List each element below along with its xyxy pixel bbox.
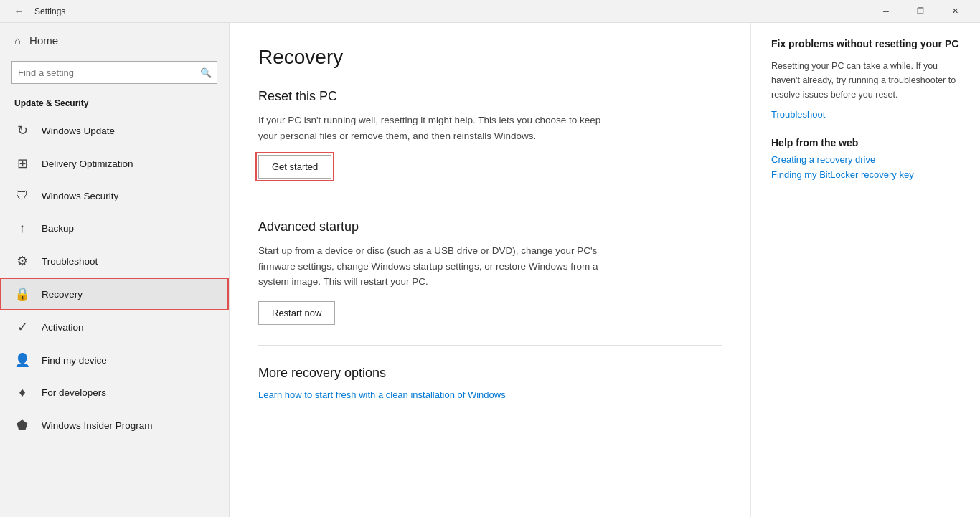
sidebar-item-recovery[interactable]: 🔒 Recovery [0, 278, 229, 310]
right-panel: Fix problems without resetting your PC R… [750, 23, 980, 517]
troubleshoot-icon: ⚙ [14, 253, 30, 269]
window-controls: ─ ❐ ✕ [870, 0, 971, 23]
restart-now-button[interactable]: Restart now [258, 301, 335, 325]
reset-section-title: Reset this PC [258, 89, 722, 104]
sidebar-item-windows-insider[interactable]: ⬟ Windows Insider Program [0, 409, 229, 442]
fix-problems-desc: Resetting your PC can take a while. If y… [771, 59, 960, 102]
sidebar-label: Backup [42, 223, 215, 234]
help-from-web-title: Help from the web [771, 137, 960, 148]
reset-section-desc: If your PC isn't running well, resetting… [258, 113, 603, 143]
more-recovery-title: More recovery options [258, 366, 722, 381]
divider-2 [258, 345, 722, 346]
help-from-web-section: Help from the web Creating a recovery dr… [771, 137, 960, 180]
maximize-button[interactable]: ❐ [904, 0, 937, 23]
divider-1 [258, 199, 722, 199]
minimize-button[interactable]: ─ [870, 0, 903, 23]
sidebar-label: Troubleshoot [42, 256, 215, 267]
advanced-startup-section-title: Advanced startup [258, 219, 722, 234]
sidebar-label: Windows Update [42, 125, 215, 136]
recovery-icon: 🔒 [14, 286, 30, 302]
sidebar-item-home[interactable]: ⌂ Home [0, 23, 229, 58]
windows-update-icon: ↻ [14, 123, 30, 138]
titlebar-title: Settings [34, 6, 65, 16]
sidebar-item-for-developers[interactable]: ♦ For developers [0, 376, 229, 409]
sidebar-label: Delivery Optimization [42, 158, 215, 169]
bitlocker-recovery-key-link[interactable]: Finding my BitLocker recovery key [771, 169, 960, 180]
sidebar-label: Find my device [42, 355, 215, 366]
sidebar-label: Windows Insider Program [42, 420, 215, 431]
sidebar-item-troubleshoot[interactable]: ⚙ Troubleshoot [0, 245, 229, 278]
fix-problems-section: Fix problems without resetting your PC R… [771, 37, 960, 120]
sidebar-search: 🔍 [11, 61, 217, 84]
sidebar-item-backup[interactable]: ↑ Backup [0, 212, 229, 245]
activation-icon: ✓ [14, 319, 30, 335]
page-title: Recovery [258, 46, 722, 69]
titlebar: ← Settings ─ ❐ ✕ [0, 0, 980, 23]
sidebar-label: For developers [42, 387, 215, 398]
sidebar-section-title: Update & Security [0, 93, 229, 114]
sidebar-item-delivery-optimization[interactable]: ⊞ Delivery Optimization [0, 147, 229, 180]
clean-install-link[interactable]: Learn how to start fresh with a clean in… [258, 389, 722, 400]
sidebar-item-activation[interactable]: ✓ Activation [0, 310, 229, 343]
sidebar-item-windows-security[interactable]: 🛡 Windows Security [0, 180, 229, 212]
backup-icon: ↑ [14, 221, 30, 236]
advanced-startup-desc: Start up from a device or disc (such as … [258, 243, 603, 290]
for-developers-icon: ♦ [14, 385, 30, 400]
sidebar-label: Windows Security [42, 191, 215, 201]
get-started-button[interactable]: Get started [258, 155, 331, 179]
close-button[interactable]: ✕ [938, 0, 971, 23]
back-button[interactable]: ← [9, 1, 29, 22]
sidebar-item-windows-update[interactable]: ↻ Windows Update [0, 114, 229, 147]
creating-recovery-drive-link[interactable]: Creating a recovery drive [771, 154, 960, 165]
troubleshoot-link[interactable]: Troubleshoot [771, 109, 960, 120]
find-device-icon: 👤 [14, 352, 30, 368]
windows-security-icon: 🛡 [14, 189, 30, 204]
windows-insider-icon: ⬟ [14, 417, 30, 433]
fix-problems-title: Fix problems without resetting your PC [771, 37, 960, 52]
sidebar-label: Recovery [42, 289, 215, 300]
app-body: ⌂ Home 🔍 Update & Security ↻ Windows Upd… [0, 23, 980, 517]
search-input[interactable] [11, 61, 217, 84]
sidebar-item-find-my-device[interactable]: 👤 Find my device [0, 343, 229, 376]
home-icon: ⌂ [14, 34, 21, 47]
sidebar-label: Activation [42, 322, 215, 333]
delivery-optimization-icon: ⊞ [14, 156, 30, 171]
main-content: Recovery Reset this PC If your PC isn't … [230, 23, 750, 517]
sidebar: ⌂ Home 🔍 Update & Security ↻ Windows Upd… [0, 23, 230, 517]
sidebar-home-label: Home [29, 34, 58, 47]
